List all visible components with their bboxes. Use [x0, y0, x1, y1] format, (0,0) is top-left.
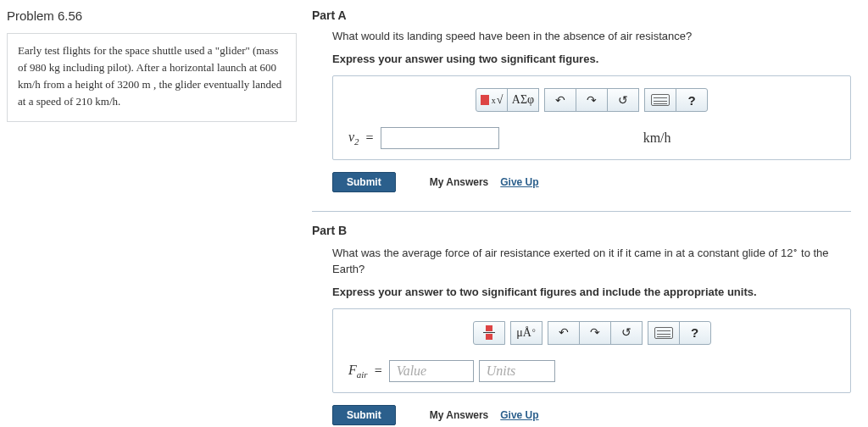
units-tool-icon[interactable]: μÅ°	[510, 321, 542, 345]
part-b-toolbar: μÅ° ↶ ↷ ↺ ?	[345, 321, 838, 345]
part-a-toolbar: x√ ΑΣφ ↶ ↷ ↺ ?	[345, 88, 838, 112]
give-up-link[interactable]: Give Up	[500, 409, 538, 421]
part-a-question: What would its landing speed have been i…	[332, 29, 851, 44]
part-a-instruction: Express your answer using two significan…	[332, 53, 851, 65]
reset-icon[interactable]: ↺	[610, 321, 643, 345]
templates-icon[interactable]: x√	[476, 88, 508, 112]
part-a-variable: v2	[348, 130, 359, 147]
part-b-instruction: Express your answer to two significant f…	[332, 286, 851, 298]
reset-icon[interactable]: ↺	[607, 88, 639, 112]
fraction-icon[interactable]	[473, 321, 505, 345]
undo-icon[interactable]: ↶	[544, 88, 576, 112]
redo-icon[interactable]: ↷	[579, 321, 611, 345]
part-a-title: Part A	[312, 8, 851, 22]
part-b-title: Part B	[312, 224, 851, 237]
problem-title: Problem 6.56	[7, 8, 297, 23]
keyboard-icon[interactable]	[648, 321, 680, 345]
undo-icon[interactable]: ↶	[548, 321, 580, 345]
part-b-question: What was the average force of air resist…	[332, 244, 851, 277]
my-answers-link[interactable]: My Answers	[430, 176, 489, 188]
part-a-unit: km/h	[643, 130, 671, 146]
my-answers-link[interactable]: My Answers	[430, 409, 489, 421]
give-up-link[interactable]: Give Up	[500, 176, 538, 188]
part-b-answer-box: μÅ° ↶ ↷ ↺ ? Fair = Value Units	[332, 308, 851, 393]
redo-icon[interactable]: ↷	[576, 88, 608, 112]
part-b-variable: Fair	[348, 363, 368, 380]
part-a-answer-box: x√ ΑΣφ ↶ ↷ ↺ ? v2 = km/h	[332, 75, 851, 160]
part-b-units-input[interactable]: Units	[479, 360, 555, 382]
divider	[312, 211, 851, 212]
submit-button[interactable]: Submit	[332, 172, 396, 192]
problem-context: Early test flights for the space shuttle…	[7, 33, 297, 122]
keyboard-icon[interactable]	[644, 88, 676, 112]
part-a-value-input[interactable]	[381, 127, 499, 149]
greek-icon[interactable]: ΑΣφ	[507, 88, 539, 112]
help-icon[interactable]: ?	[676, 88, 708, 112]
help-icon[interactable]: ?	[679, 321, 711, 345]
submit-button[interactable]: Submit	[332, 405, 396, 425]
part-b-value-input[interactable]: Value	[389, 360, 474, 382]
